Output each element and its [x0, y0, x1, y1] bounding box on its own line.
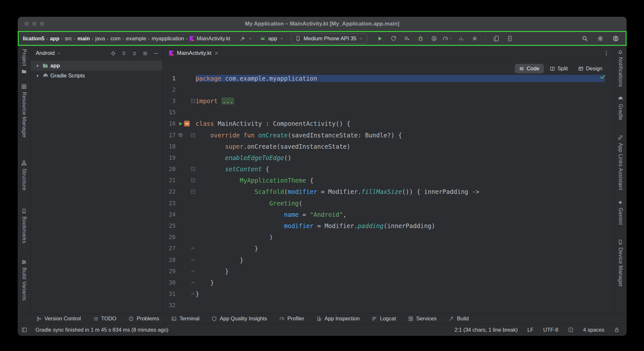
line-number[interactable]: 27 [163, 245, 176, 252]
tool-window-button-services[interactable]: Services [408, 316, 437, 322]
line-ending-widget[interactable]: LF [527, 327, 533, 333]
fold-end-icon[interactable] [190, 280, 196, 285]
close-tab-icon[interactable] [214, 51, 219, 55]
tool-stripe-notifications[interactable]: Notifications [618, 49, 623, 87]
tool-stripe-app-links-assistant[interactable]: App Links Assistant [618, 135, 623, 190]
line-number[interactable]: 2 [163, 86, 176, 93]
attach-debugger-icon[interactable] [428, 34, 439, 43]
fold-minus-icon[interactable] [190, 178, 196, 183]
code-line-17[interactable]: 17 override fun onCreate(savedInstanceSt… [163, 129, 614, 141]
code-text[interactable]: enableEdgeToEdge() [196, 154, 605, 161]
code-text[interactable]: } [196, 268, 605, 275]
code-token[interactable]: ... [221, 97, 234, 105]
breadcrumb-item-com[interactable]: com [110, 35, 121, 42]
code-line-21[interactable]: 21 MyApplicationTheme { [163, 175, 614, 186]
close-window-button[interactable] [24, 21, 29, 26]
code-line-16[interactable]: 16<>class MainActivity : ComponentActivi… [163, 118, 614, 129]
tool-window-button-version-control[interactable]: Version Control [36, 316, 81, 322]
tool-stripe-structure[interactable]: Structure [21, 160, 27, 191]
running-devices-icon[interactable] [504, 34, 515, 43]
code-line-20[interactable]: 20 setContent { [163, 164, 614, 175]
debug-icon[interactable] [415, 34, 426, 43]
code-text[interactable]: Greeting( [196, 200, 605, 207]
line-number[interactable]: 24 [163, 211, 176, 218]
code-line-28[interactable]: 28 } [163, 254, 614, 266]
breadcrumb-item-main[interactable]: main [76, 35, 91, 42]
line-number[interactable]: 30 [163, 279, 176, 286]
collapse-all-icon[interactable] [132, 51, 137, 56]
code-line-30[interactable]: 30 } [163, 277, 614, 288]
caret-position-widget[interactable]: 2:1 (34 chars, 1 line break) [455, 327, 518, 333]
inspections-status-icon[interactable] [600, 74, 606, 80]
code-line-3[interactable]: 3import ... [163, 95, 614, 106]
code-text[interactable]: } [196, 290, 605, 297]
project-view-mode-dropdown[interactable]: Android [36, 50, 61, 56]
view-mode-design[interactable]: Design [574, 64, 607, 73]
tool-windows-icon[interactable] [22, 327, 27, 333]
project-tree-item-gradle-scripts[interactable]: Gradle Scripts [31, 71, 162, 81]
code-line-18[interactable]: 18 super.onCreate(savedInstanceState) [163, 141, 614, 152]
code-line-23[interactable]: 23 Greeting( [163, 197, 614, 209]
breadcrumb-item-lication5[interactable]: lication5 [22, 35, 45, 42]
locate-icon[interactable] [111, 51, 116, 56]
device-mirroring-icon[interactable] [491, 34, 502, 43]
fold-minus-icon[interactable] [190, 98, 196, 104]
device-selector-dropdown[interactable]: Medium Phone API 35 [291, 34, 367, 44]
minimize-window-button[interactable] [32, 21, 37, 26]
code-line-29[interactable]: 29 } [163, 266, 614, 277]
line-number[interactable]: 18 [163, 143, 176, 150]
tool-stripe-resource-manager[interactable]: Resource Manager [21, 84, 27, 138]
fold-minus-icon[interactable] [190, 133, 196, 138]
tool-stripe-build-variants[interactable]: Build Variants [21, 259, 27, 301]
code-line-24[interactable]: 24 name = "Android", [163, 209, 614, 220]
breadcrumb-item-mainactivity-kt[interactable]: MainActivity.kt [189, 35, 231, 42]
expand-arrow-icon[interactable] [35, 63, 40, 68]
code-text[interactable]: ) [196, 234, 605, 241]
code-line-2[interactable]: 2 [163, 84, 614, 95]
profiler-icon[interactable] [442, 34, 453, 43]
code-text[interactable]: MyApplicationTheme { [196, 177, 605, 184]
account-icon[interactable] [610, 34, 621, 43]
line-number[interactable]: 22 [163, 188, 176, 195]
code-text[interactable]: setContent { [196, 165, 605, 173]
code-line-32[interactable]: 32 [163, 300, 614, 311]
build-tools-dropdown[interactable] [240, 35, 253, 42]
code-line-19[interactable]: 19 enableEdgeToEdge() [163, 152, 614, 163]
apply-code-changes-icon[interactable] [401, 34, 412, 43]
code-line-22[interactable]: 22 Scaffold(modifier = Modifier.fillMaxS… [163, 186, 614, 197]
editor-tab-mainactivity[interactable]: MainActivity.kt [165, 46, 223, 60]
expand-all-icon[interactable] [121, 51, 127, 56]
line-number[interactable]: 16 [163, 120, 176, 127]
line-number[interactable]: 17 [163, 132, 176, 138]
tool-stripe-gradle[interactable]: Gradle [618, 96, 623, 120]
line-number[interactable]: 21 [163, 177, 176, 184]
line-number[interactable]: 20 [163, 166, 176, 172]
line-number[interactable]: 15 [163, 109, 176, 115]
code-text[interactable]: import ... [196, 97, 605, 105]
run-configuration-dropdown[interactable]: app [260, 35, 284, 42]
tool-window-button-logcat[interactable]: Logcat [372, 316, 396, 322]
view-mode-split[interactable]: Split [546, 64, 572, 73]
code-text[interactable]: package com.example.myapplication [196, 75, 605, 82]
code-text[interactable]: } [196, 245, 605, 252]
tool-window-button-problems[interactable]: Problems [129, 316, 159, 322]
code-line-25[interactable]: 25 modifier = Modifier.padding(innerPadd… [163, 220, 614, 231]
code-text[interactable]: modifier = Modifier.padding(innerPadding… [196, 222, 605, 229]
line-number[interactable]: 1 [163, 75, 176, 82]
line-number[interactable]: 19 [163, 155, 176, 161]
tool-stripe-project[interactable]: Project [21, 49, 27, 74]
compose-preview-icon[interactable]: <> [184, 121, 190, 126]
code-text[interactable]: override fun onCreate(savedInstanceState… [196, 132, 605, 139]
tool-window-button-build[interactable]: Build [449, 316, 469, 322]
code-text[interactable]: name = "Android", [196, 211, 605, 218]
code-text[interactable]: class MainActivity : ComponentActivity()… [196, 120, 605, 127]
line-number[interactable]: 31 [163, 291, 176, 297]
status-widget-icon[interactable] [568, 327, 573, 333]
run-icon[interactable] [374, 34, 385, 43]
breadcrumb-item-src[interactable]: src [64, 35, 73, 42]
code-line-1[interactable]: 1package com.example.myapplication [163, 73, 614, 84]
settings-icon[interactable] [142, 51, 148, 56]
lock-icon[interactable] [614, 327, 620, 333]
code-line-15[interactable]: 15 [163, 107, 614, 118]
line-number[interactable]: 23 [163, 200, 176, 206]
